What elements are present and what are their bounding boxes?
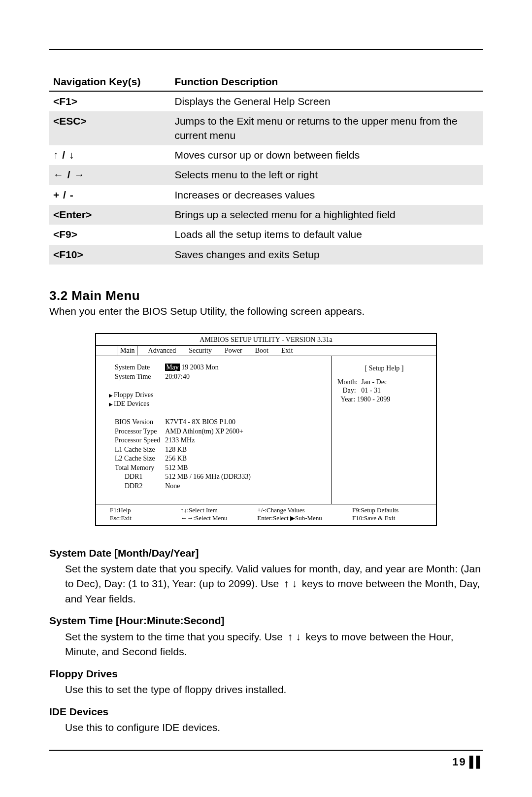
description-title: System Date [Month/Day/Year] <box>49 546 483 561</box>
nav-desc: Saves changes and exits Setup <box>170 245 483 265</box>
bios-help-pane: [ Setup Help ] Month: Jan - Dec Day: 01 … <box>331 356 436 504</box>
table-row: <Enter>Brings up a selected menu for a h… <box>49 205 483 225</box>
bios-field-value <box>165 381 256 391</box>
bios-tab: Power <box>223 346 244 355</box>
bios-field-label: DDR2 <box>101 482 165 491</box>
description-title: Floppy Drives <box>49 666 483 681</box>
arrow-keys-icon: ↑ ↓ <box>282 578 299 589</box>
bios-field-value: None <box>165 482 256 491</box>
arrow-keys-icon: ↑ ↓ <box>286 631 303 642</box>
bios-tab: Security <box>187 346 214 355</box>
top-rule <box>49 49 483 50</box>
bios-field-label: Processor Type <box>101 427 165 436</box>
bios-footer-cell: +/-:Change Values <box>257 506 348 514</box>
nav-key: + / - <box>49 185 170 205</box>
table-row: ↑ / ↓Moves cursor up or down between fie… <box>49 145 483 165</box>
bios-field-label: System Date <box>101 363 165 372</box>
bios-field-value: AMD Athlon(tm) XP 2600+ <box>165 427 256 436</box>
bios-footer-cell: F9:Setup Defaults <box>352 506 431 514</box>
bios-tab-bar: MainAdvancedSecurityPowerBootExit <box>96 346 436 357</box>
bios-field-value: K7VT4 - 8X BIOS P1.00 <box>165 418 256 427</box>
table-row: <ESC>Jumps to the Exit menu or returns t… <box>49 111 483 145</box>
bios-footer-cell: F1:Help <box>110 506 176 514</box>
description-body: Use this to set the type of floppy drive… <box>65 682 483 697</box>
nav-key: ↑ / ↓ <box>49 145 170 165</box>
nav-desc: Increases or decreases values <box>170 185 483 205</box>
navigation-keys-table: Navigation Key(s) Function Description <… <box>49 73 483 265</box>
section-intro: When you enter the BIOS Setup Utility, t… <box>49 305 483 317</box>
nav-desc: Brings up a selected menu for a highligh… <box>170 205 483 225</box>
bios-field-label: DDR1 <box>101 472 165 482</box>
bios-field-label: L2 Cache Size <box>101 454 165 464</box>
bios-field-value: 20:07:40 <box>165 372 256 382</box>
nav-desc: Loads all the setup items to default val… <box>170 225 483 244</box>
bios-help-line: Month: Jan - Dec <box>337 378 431 387</box>
bios-field-label: Total Memory <box>101 464 165 473</box>
bios-field-value: 128 KB <box>165 445 256 455</box>
bios-field-value: 512 MB <box>165 464 256 473</box>
nav-key: <ESC> <box>49 111 170 145</box>
bios-tab: Main <box>118 346 137 356</box>
description-body: Use this to configure IDE devices. <box>65 720 483 735</box>
field-descriptions: System Date [Month/Day/Year]Set the syst… <box>49 546 483 735</box>
table-row: <F1>Displays the General Help Screen <box>49 91 483 111</box>
bios-footer: F1:Help↑↓:Select Item+/-:Change ValuesF9… <box>96 504 436 525</box>
nav-header-key: Navigation Key(s) <box>49 73 170 91</box>
bios-field-value: 256 KB <box>165 454 256 464</box>
bios-footer-cell: F10:Save & Exit <box>352 514 431 522</box>
nav-key: <F10> <box>49 245 170 265</box>
bios-footer-cell: ↑↓:Select Item <box>180 506 253 514</box>
bios-field-value <box>165 409 256 418</box>
bios-title: AMIBIOS SETUP UTILITY - VERSION 3.31a <box>96 334 436 346</box>
bios-field-label: IDE Devices <box>101 399 165 409</box>
bios-field-value: May 19 2003 Mon <box>165 363 256 372</box>
bios-field-label: System Time <box>101 372 165 382</box>
nav-desc: Displays the General Help Screen <box>170 91 483 111</box>
nav-header-desc: Function Description <box>170 73 483 91</box>
nav-key: ← / → <box>49 165 170 185</box>
bios-field-label: Processor Speed <box>101 436 165 445</box>
nav-key: <F1> <box>49 91 170 111</box>
page-number: 19▌▌ <box>452 756 483 768</box>
nav-desc: Jumps to the Exit menu or returns to the… <box>170 111 483 145</box>
document-page: Navigation Key(s) Function Description <… <box>0 0 532 797</box>
bios-field-label <box>101 409 165 418</box>
bios-field-value <box>165 399 256 409</box>
bios-footer-cell: Esc:Exit <box>110 514 176 522</box>
bios-help-title: [ Setup Help ] <box>337 364 431 373</box>
bios-field-value: 512 MB / 166 MHz (DDR333) <box>165 472 256 482</box>
bios-screenshot: AMIBIOS SETUP UTILITY - VERSION 3.31a Ma… <box>95 333 437 526</box>
bottom-rule <box>49 750 483 751</box>
bios-tab: Boot <box>253 346 270 355</box>
bios-field-value <box>165 391 256 400</box>
description-title: IDE Devices <box>49 704 483 719</box>
bios-left-pane: System DateMay 19 2003 MonSystem Time20:… <box>96 356 331 504</box>
nav-desc: Moves cursor up or down between fields <box>170 145 483 165</box>
description-title: System Time [Hour:Minute:Second] <box>49 613 483 628</box>
bios-field-value: 2133 MHz <box>165 436 256 445</box>
bios-fields: System DateMay 19 2003 MonSystem Time20:… <box>101 363 256 491</box>
bios-field-label: BIOS Version <box>101 418 165 427</box>
description-body: Set the system date that you specify. Va… <box>65 562 483 606</box>
bios-help-line: Day: 01 - 31 <box>337 386 431 395</box>
bios-field-label <box>101 381 165 391</box>
table-row: <F9>Loads all the setup items to default… <box>49 225 483 244</box>
table-row: + / -Increases or decreases values <box>49 185 483 205</box>
bios-tab: Advanced <box>146 346 178 355</box>
page-number-value: 19 <box>452 756 466 768</box>
description-body: Set the system to the time that you spec… <box>65 630 483 660</box>
bios-footer-cell: ←→:Select Menu <box>180 514 253 522</box>
section-heading: 3.2 Main Menu <box>49 288 483 303</box>
nav-key: <Enter> <box>49 205 170 225</box>
nav-key: <F9> <box>49 225 170 244</box>
table-row: <F10>Saves changes and exits Setup <box>49 245 483 265</box>
table-row: ← / →Selects menu to the left or right <box>49 165 483 185</box>
bios-tab: Exit <box>279 346 295 355</box>
bios-field-label: Floppy Drives <box>101 391 165 400</box>
bios-help-line: Year: 1980 - 2099 <box>337 395 431 404</box>
nav-desc: Selects menu to the left or right <box>170 165 483 185</box>
bios-field-label: L1 Cache Size <box>101 445 165 455</box>
bios-footer-cell: Enter:Select ▶Sub-Menu <box>257 514 348 522</box>
